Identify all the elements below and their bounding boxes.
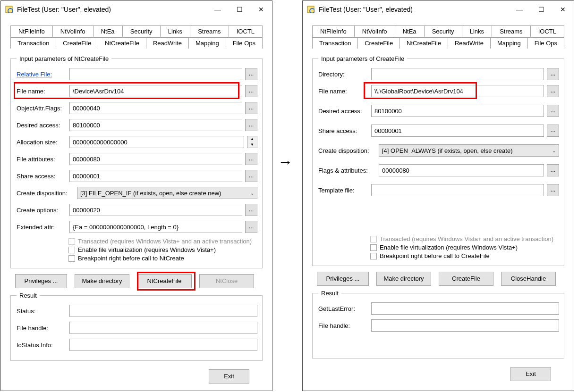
tab-ntea[interactable]: NtEa xyxy=(395,25,425,37)
relative-file-input[interactable] xyxy=(69,68,242,80)
tab-createfile[interactable]: CreateFile xyxy=(56,37,98,49)
make-directory-button[interactable]: Make directory xyxy=(75,274,129,288)
tab-ioctl[interactable]: IOCTL xyxy=(229,25,263,37)
create-disposition-select[interactable]: [4] OPEN_ALWAYS (if exists, open, else c… xyxy=(379,144,559,157)
exit-button[interactable]: Exit xyxy=(209,369,249,384)
file-attributes-label: File attributes: xyxy=(17,156,69,163)
tab-mapping[interactable]: Mapping xyxy=(189,37,226,49)
result-legend: Result xyxy=(318,290,341,297)
file-name-input[interactable]: \\.\GlobalRoot\Device\AsrDrv104 xyxy=(371,85,544,97)
tab-streams[interactable]: Streams xyxy=(190,25,229,37)
file-handle-label: File handle: xyxy=(318,322,371,329)
extended-attr-browse[interactable]: ... xyxy=(245,221,257,233)
template-file-input[interactable] xyxy=(371,184,544,196)
tab-security[interactable]: Security xyxy=(123,25,161,37)
tab-fileops[interactable]: File Ops xyxy=(528,37,564,49)
tab-ntcreatefile[interactable]: NtCreateFile xyxy=(98,37,146,49)
desired-access-browse[interactable]: ... xyxy=(245,119,257,131)
tab-transaction[interactable]: Transaction xyxy=(10,37,56,49)
tab-readwrite[interactable]: ReadWrite xyxy=(146,37,189,49)
desired-access-label: Desired access: xyxy=(318,108,371,115)
checkbox-breakpoint[interactable]: Breakpoint right before call to NtCreate xyxy=(68,255,257,262)
flags-attributes-browse[interactable]: ... xyxy=(547,164,559,176)
flags-attributes-input[interactable]: 00000080 xyxy=(379,164,544,176)
exit-button[interactable]: Exit xyxy=(510,367,551,381)
arrow-icon: → xyxy=(278,153,293,171)
tab-ntea[interactable]: NtEa xyxy=(94,25,123,37)
tabs-row-2: Transaction CreateFile NtCreateFile Read… xyxy=(303,37,574,49)
input-params-legend: Input parameters of NtCreateFile xyxy=(17,55,111,62)
create-disposition-select[interactable]: [3] FILE_OPEN_IF (if exists, open, else … xyxy=(77,187,257,199)
relative-file-browse[interactable]: ... xyxy=(245,68,257,80)
ntcreatefile-button[interactable]: NtCreateFile xyxy=(137,274,192,288)
object-flags-browse[interactable]: ... xyxy=(245,102,257,114)
tab-ntcreatefile[interactable]: NtCreateFile xyxy=(400,37,448,49)
directory-input[interactable] xyxy=(371,68,544,80)
file-name-browse[interactable]: ... xyxy=(245,85,257,97)
create-options-browse[interactable]: ... xyxy=(245,204,257,216)
privileges-button[interactable]: Privileges ... xyxy=(317,272,369,286)
checkbox-transacted: Transacted (requires Windows Vista+ and … xyxy=(68,238,257,245)
object-flags-input[interactable]: 00000040 xyxy=(69,102,242,114)
template-file-browse[interactable]: ... xyxy=(547,184,559,196)
closehandle-button[interactable]: CloseHandle xyxy=(501,272,556,286)
maximize-button[interactable]: ☐ xyxy=(229,2,250,17)
status-field xyxy=(69,305,257,317)
allocation-size-input[interactable]: 0000000000000000 xyxy=(69,136,244,148)
titlebar[interactable]: FileTest (User: "User", elevated) — ☐ ✕ xyxy=(1,1,272,18)
tab-readwrite[interactable]: ReadWrite xyxy=(448,37,491,49)
share-access-input[interactable]: 00000001 xyxy=(371,125,544,137)
share-access-browse[interactable]: ... xyxy=(547,125,559,137)
file-name-label: File name: xyxy=(318,88,371,95)
createfile-button[interactable]: CreateFile xyxy=(439,272,493,286)
tab-ioctl[interactable]: IOCTL xyxy=(531,25,564,37)
desired-access-input[interactable]: 80100000 xyxy=(69,119,242,131)
tab-mapping[interactable]: Mapping xyxy=(491,37,528,49)
tab-fileops[interactable]: File Ops xyxy=(226,37,263,49)
tab-links[interactable]: Links xyxy=(462,25,492,37)
file-handle-label: File handle: xyxy=(17,325,69,332)
create-disposition-value: [4] OPEN_ALWAYS (if exists, open, else c… xyxy=(382,147,512,154)
allocation-size-stepper[interactable]: ▲▼ xyxy=(247,136,257,148)
tab-ntvolinfo[interactable]: NtVolInfo xyxy=(53,25,94,37)
titlebar[interactable]: FileTest (User: "User", elevated) — ☐ ✕ xyxy=(303,1,574,18)
maximize-button[interactable]: ☐ xyxy=(530,2,552,17)
window-title: FileTest (User: "User", elevated) xyxy=(17,6,207,13)
make-directory-button[interactable]: Make directory xyxy=(376,272,431,286)
app-icon xyxy=(5,5,13,14)
template-file-label: Template file: xyxy=(318,187,371,194)
extended-attr-input[interactable]: {Ea = 0000000000000000, Length = 0} xyxy=(69,221,242,233)
close-button[interactable]: ✕ xyxy=(250,2,272,17)
file-name-label: File name: xyxy=(17,88,69,95)
tab-ntvolinfo[interactable]: NtVolInfo xyxy=(355,25,395,37)
ntclose-button[interactable]: NtClose xyxy=(199,274,254,288)
close-button[interactable]: ✕ xyxy=(552,2,574,17)
file-attributes-browse[interactable]: ... xyxy=(245,153,257,165)
checkbox-virtualization[interactable]: Enable file virtualization (requires Win… xyxy=(68,246,257,253)
status-label: Status: xyxy=(17,308,69,315)
share-access-browse[interactable]: ... xyxy=(245,170,257,182)
checkbox-virtualization[interactable]: Enable file virtualization (requires Win… xyxy=(370,244,559,251)
privileges-button[interactable]: Privileges ... xyxy=(15,274,67,288)
desired-access-input[interactable]: 80100000 xyxy=(371,105,544,117)
tab-streams[interactable]: Streams xyxy=(492,25,531,37)
tab-ntfileinfo[interactable]: NtFileInfo xyxy=(10,25,53,37)
desired-access-browse[interactable]: ... xyxy=(547,105,559,117)
desired-access-label: Desired access: xyxy=(17,122,69,129)
share-access-input[interactable]: 00000001 xyxy=(69,170,242,182)
create-options-input[interactable]: 00000020 xyxy=(69,204,242,216)
checkbox-breakpoint[interactable]: Breakpoint right before call to CreateFi… xyxy=(370,252,559,259)
tab-security[interactable]: Security xyxy=(425,25,462,37)
minimize-button[interactable]: — xyxy=(207,2,229,17)
tab-links[interactable]: Links xyxy=(161,25,190,37)
tab-ntfileinfo[interactable]: NtFileInfo xyxy=(312,25,355,37)
tab-createfile[interactable]: CreateFile xyxy=(358,37,400,49)
file-name-browse[interactable]: ... xyxy=(547,85,559,97)
flags-attributes-label: Flags & attributes: xyxy=(318,167,379,174)
file-name-input[interactable]: \Device\AsrDrv104 xyxy=(69,85,242,97)
directory-browse[interactable]: ... xyxy=(547,68,559,80)
relative-file-label[interactable]: Relative File: xyxy=(17,71,69,78)
file-attributes-input[interactable]: 00000080 xyxy=(69,153,242,165)
tab-transaction[interactable]: Transaction xyxy=(312,37,358,49)
minimize-button[interactable]: — xyxy=(509,2,530,17)
